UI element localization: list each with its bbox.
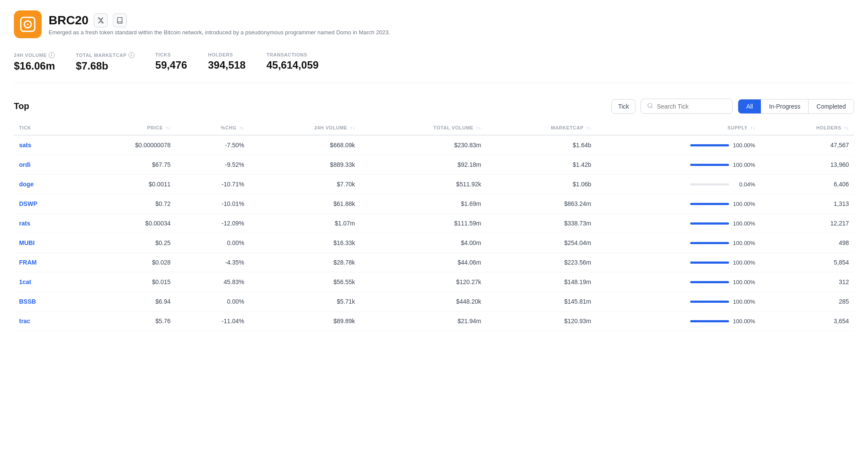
search-input[interactable] [657,103,726,110]
tab-in-progress[interactable]: In-Progress [761,99,809,113]
volume24h-cell: $1.07m [250,214,360,233]
chg-cell: 0.00% [176,233,250,253]
supply-progress-bar [690,262,729,264]
stat-transactions-value: 45,614,059 [266,59,319,71]
tick-link[interactable]: DSWP [19,200,37,207]
supply-progress-bar [690,222,729,225]
chg-cell: -7.50% [176,135,250,155]
supply-progress-fill [690,262,729,264]
supply-cell: 100.00% [596,194,760,214]
tick-link[interactable]: ordi [19,161,30,168]
totalvol-sort-icon: ↑↓ [477,126,481,130]
marketcap-sort-icon: ↑↓ [586,126,591,130]
tick-link[interactable]: trac [19,318,30,325]
tick-cell: trac [14,311,76,331]
filter-row: Tick All In-Progress Completed [612,99,854,114]
chg-cell: -10.01% [176,194,250,214]
supply-progress-bar [690,281,729,283]
chg-cell: -11.04% [176,311,250,331]
supply-pct-label: 100.00% [733,201,755,207]
tick-cell: BSSB [14,292,76,311]
total-volume-cell: $4.00m [360,233,487,253]
table-row: ordi $67.75 -9.52% $889.33k $92.18m $1.4… [14,155,854,175]
tick-label: Tick [612,99,635,114]
supply-progress-fill [690,320,729,322]
holders-cell: 47,567 [760,135,854,155]
supply-progress-bar [690,144,729,146]
price-cell: $0.00034 [76,214,176,233]
volume24h-cell: $16.33k [250,233,360,253]
col-volume-24h[interactable]: 24H VOLUME ↑↓ [250,121,360,135]
supply-cell: 100.00% [596,292,760,311]
supply-progress-fill [690,242,729,244]
col-total-volume[interactable]: TOTAL VOLUME ↑↓ [360,121,487,135]
total-volume-cell: $230.83m [360,135,487,155]
total-volume-cell: $1.69m [360,194,487,214]
holders-cell: 12,217 [760,214,854,233]
tick-link[interactable]: BSSB [19,298,36,305]
tick-link[interactable]: 1cat [19,278,31,285]
supply-pct-label: 100.00% [733,279,755,285]
table-row: doge $0.0011 -10.71% $7.70k $511.92k $1.… [14,175,854,194]
stat-volume: 24H VOLUME i $16.06m [14,52,55,72]
col-supply[interactable]: SUPPLY ↑↓ [596,121,760,135]
supply-progress-fill [690,144,729,146]
tick-link[interactable]: FRAM [19,259,36,266]
supply-progress-fill [690,203,729,205]
docs-button[interactable] [113,13,127,27]
supply-progress-bar [690,164,729,166]
volume-info-icon[interactable]: i [49,52,55,58]
supply-progress-bar [690,320,729,322]
tab-completed[interactable]: Completed [809,99,854,113]
supply-cell: 100.00% [596,253,760,272]
twitter-button[interactable] [94,13,108,27]
volume24h-cell: $668.09k [250,135,360,155]
holders-cell: 5,854 [760,253,854,272]
tick-link[interactable]: sats [19,142,31,149]
supply-pct-label: 100.00% [733,259,755,266]
total-volume-cell: $511.92k [360,175,487,194]
tick-cell: rats [14,214,76,233]
section-title: Top [14,101,29,111]
price-cell: $67.75 [76,155,176,175]
holders-cell: 3,654 [760,311,854,331]
stat-transactions-label: TRANSACTIONS [266,52,307,57]
marketcap-cell: $254.04m [487,233,597,253]
table-row: trac $5.76 -11.04% $89.89k $21.94m $120.… [14,311,854,331]
holders-cell: 312 [760,272,854,292]
price-cell: $5.76 [76,311,176,331]
supply-cell: 100.00% [596,311,760,331]
supply-pct-label: 100.00% [733,298,755,305]
chg-cell: -10.71% [176,175,250,194]
supply-sort-icon: ↑↓ [750,126,755,130]
chg-sort-icon: ↑↓ [240,126,244,130]
search-icon [647,103,653,110]
table-row: FRAM $0.028 -4.35% $28.78k $44.06m $223.… [14,253,854,272]
stat-marketcap-value: $7.68b [76,60,135,72]
supply-progress-bar [690,301,729,303]
price-sort-icon: ↑↓ [166,126,171,130]
page-subtitle: Emerged as a fresh token standard within… [49,29,390,36]
chg-cell: -9.52% [176,155,250,175]
stat-holders-value: 394,518 [208,59,246,71]
header-title-row: BRC20 [49,13,390,27]
tick-link[interactable]: rats [19,220,30,227]
col-price[interactable]: PRICE ↑↓ [76,121,176,135]
col-holders[interactable]: HOLDERS ↑↓ [760,121,854,135]
chg-cell: 45.83% [176,272,250,292]
svg-point-3 [648,103,652,107]
supply-progress-bar [690,183,729,185]
price-cell: $0.015 [76,272,176,292]
table-row: DSWP $0.72 -10.01% $61.88k $1.69m $863.2… [14,194,854,214]
supply-cell: 0.04% [596,175,760,194]
col-marketcap[interactable]: MARKETCAP ↑↓ [487,121,597,135]
supply-progress-bar [690,242,729,244]
tab-all[interactable]: All [738,99,761,113]
tick-link[interactable]: doge [19,181,33,188]
tick-link[interactable]: MUBI [19,239,35,246]
total-volume-cell: $21.94m [360,311,487,331]
volume24h-cell: $89.89k [250,311,360,331]
col-chg[interactable]: %CHG ↑↓ [176,121,250,135]
marketcap-info-icon[interactable]: i [128,52,135,58]
header: BRC20 Emerged as a fresh token standard … [14,10,854,38]
